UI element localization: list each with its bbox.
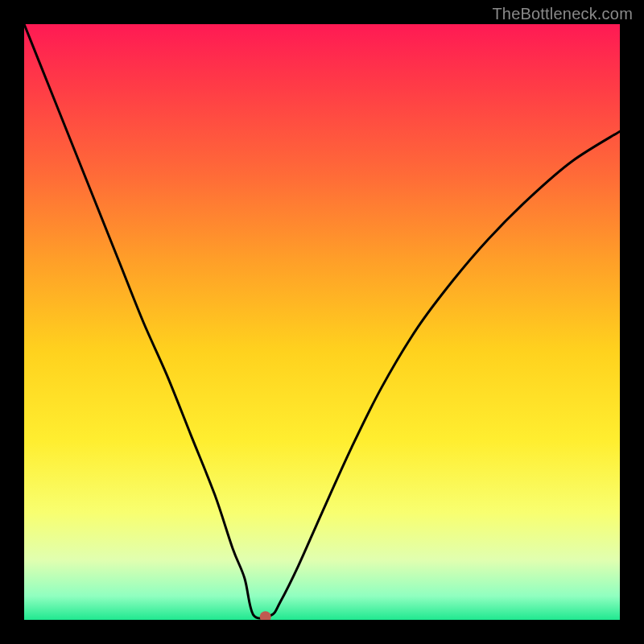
watermark-text: TheBottleneck.com [492,5,633,23]
plot-area [24,24,620,620]
plot-svg [24,24,620,620]
gradient-background [24,24,620,620]
chart-frame: TheBottleneck.com [0,0,644,644]
